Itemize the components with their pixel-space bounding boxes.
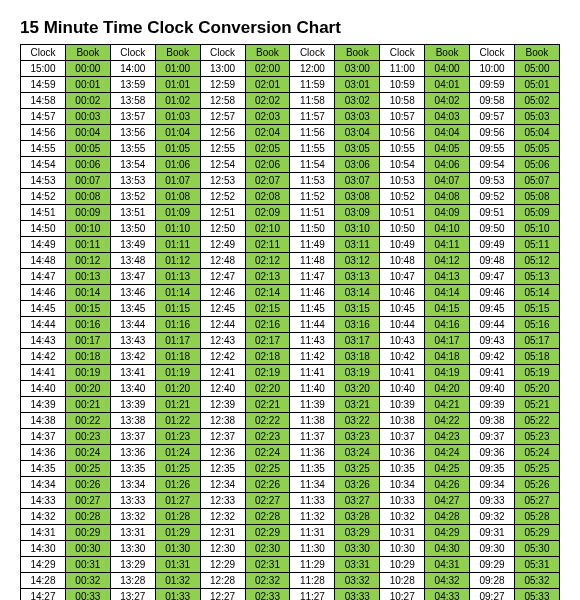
clock-cell: 14:47	[21, 269, 66, 285]
clock-cell: 09:46	[470, 285, 515, 301]
clock-cell: 14:49	[21, 237, 66, 253]
book-cell: 01:13	[155, 269, 200, 285]
book-cell: 01:01	[155, 77, 200, 93]
clock-cell: 09:49	[470, 237, 515, 253]
clock-cell: 13:38	[110, 413, 155, 429]
clock-cell: 13:40	[110, 381, 155, 397]
clock-cell: 10:50	[380, 221, 425, 237]
clock-cell: 10:41	[380, 365, 425, 381]
book-cell: 01:23	[155, 429, 200, 445]
clock-cell: 11:28	[290, 573, 335, 589]
book-cell: 00:21	[65, 397, 110, 413]
clock-cell: 14:50	[21, 221, 66, 237]
clock-cell: 09:55	[470, 141, 515, 157]
book-cell: 01:06	[155, 157, 200, 173]
table-row: 14:2800:3213:2801:3212:2802:3211:2803:32…	[21, 573, 560, 589]
book-cell: 00:00	[65, 61, 110, 77]
col-header-book: Book	[425, 45, 470, 61]
col-header-book: Book	[335, 45, 380, 61]
table-row: 14:5700:0313:5701:0312:5702:0311:5703:03…	[21, 109, 560, 125]
clock-cell: 12:29	[200, 557, 245, 573]
book-cell: 02:10	[245, 221, 290, 237]
clock-cell: 13:50	[110, 221, 155, 237]
clock-cell: 14:39	[21, 397, 66, 413]
book-cell: 04:03	[425, 109, 470, 125]
clock-cell: 14:27	[21, 589, 66, 601]
table-row: 14:3400:2613:3401:2612:3402:2611:3403:26…	[21, 477, 560, 493]
book-cell: 02:05	[245, 141, 290, 157]
clock-cell: 10:29	[380, 557, 425, 573]
book-cell: 02:19	[245, 365, 290, 381]
table-row: 14:3500:2513:3501:2512:3502:2511:3503:25…	[21, 461, 560, 477]
clock-cell: 13:44	[110, 317, 155, 333]
book-cell: 04:25	[425, 461, 470, 477]
book-cell: 01:20	[155, 381, 200, 397]
clock-cell: 13:35	[110, 461, 155, 477]
book-cell: 01:11	[155, 237, 200, 253]
book-cell: 04:26	[425, 477, 470, 493]
book-cell: 03:18	[335, 349, 380, 365]
book-cell: 02:11	[245, 237, 290, 253]
clock-cell: 14:35	[21, 461, 66, 477]
clock-cell: 10:52	[380, 189, 425, 205]
book-cell: 00:04	[65, 125, 110, 141]
book-cell: 03:28	[335, 509, 380, 525]
clock-cell: 11:36	[290, 445, 335, 461]
clock-cell: 11:54	[290, 157, 335, 173]
book-cell: 03:27	[335, 493, 380, 509]
clock-cell: 12:45	[200, 301, 245, 317]
book-cell: 03:19	[335, 365, 380, 381]
book-cell: 05:03	[514, 109, 559, 125]
clock-cell: 10:51	[380, 205, 425, 221]
book-cell: 05:09	[514, 205, 559, 221]
book-cell: 02:18	[245, 349, 290, 365]
book-cell: 02:23	[245, 429, 290, 445]
book-cell: 00:06	[65, 157, 110, 173]
clock-cell: 10:45	[380, 301, 425, 317]
clock-cell: 12:54	[200, 157, 245, 173]
book-cell: 00:12	[65, 253, 110, 269]
clock-cell: 12:50	[200, 221, 245, 237]
book-cell: 04:29	[425, 525, 470, 541]
col-header-book: Book	[155, 45, 200, 61]
clock-cell: 10:44	[380, 317, 425, 333]
clock-cell: 11:53	[290, 173, 335, 189]
clock-cell: 14:52	[21, 189, 66, 205]
clock-cell: 09:29	[470, 557, 515, 573]
table-row: 14:5500:0513:5501:0512:5502:0511:5503:05…	[21, 141, 560, 157]
book-cell: 05:11	[514, 237, 559, 253]
table-row: 14:5400:0613:5401:0612:5402:0611:5403:06…	[21, 157, 560, 173]
clock-cell: 09:38	[470, 413, 515, 429]
book-cell: 03:02	[335, 93, 380, 109]
book-cell: 02:09	[245, 205, 290, 221]
col-header-book: Book	[65, 45, 110, 61]
book-cell: 02:02	[245, 93, 290, 109]
book-cell: 03:13	[335, 269, 380, 285]
book-cell: 04:15	[425, 301, 470, 317]
clock-cell: 11:33	[290, 493, 335, 509]
book-cell: 00:22	[65, 413, 110, 429]
clock-cell: 14:44	[21, 317, 66, 333]
clock-cell: 09:42	[470, 349, 515, 365]
clock-cell: 11:51	[290, 205, 335, 221]
book-cell: 05:15	[514, 301, 559, 317]
clock-cell: 09:53	[470, 173, 515, 189]
book-cell: 01:12	[155, 253, 200, 269]
clock-cell: 12:49	[200, 237, 245, 253]
clock-cell: 09:57	[470, 109, 515, 125]
clock-cell: 10:57	[380, 109, 425, 125]
book-cell: 00:13	[65, 269, 110, 285]
clock-cell: 10:38	[380, 413, 425, 429]
clock-cell: 11:41	[290, 365, 335, 381]
book-cell: 05:31	[514, 557, 559, 573]
book-cell: 02:03	[245, 109, 290, 125]
clock-cell: 13:46	[110, 285, 155, 301]
book-cell: 03:01	[335, 77, 380, 93]
book-cell: 00:07	[65, 173, 110, 189]
table-row: 14:4200:1813:4201:1812:4202:1811:4203:18…	[21, 349, 560, 365]
clock-cell: 13:42	[110, 349, 155, 365]
book-cell: 02:33	[245, 589, 290, 601]
clock-cell: 09:34	[470, 477, 515, 493]
book-cell: 01:14	[155, 285, 200, 301]
clock-cell: 14:29	[21, 557, 66, 573]
